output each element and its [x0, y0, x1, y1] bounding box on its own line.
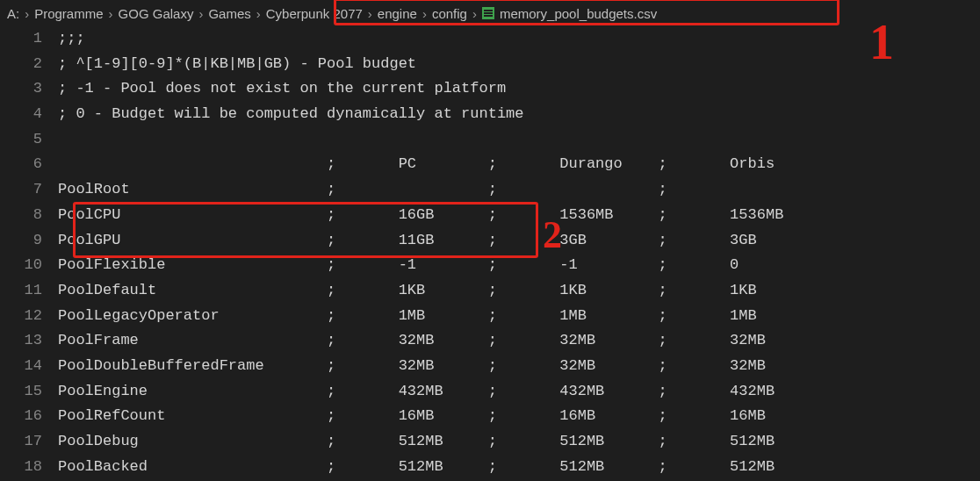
line-number: 7 — [0, 177, 42, 203]
code-content[interactable]: ;;;; ^[1-9][0-9]*(B|KB|MB|GB) - Pool bud… — [58, 26, 980, 479]
code-line[interactable]: ; PC ; Durango ; Orbis — [58, 152, 980, 177]
breadcrumb-drive[interactable]: A: — [7, 6, 19, 21]
line-number: 12 — [0, 304, 42, 329]
breadcrumb-segment[interactable]: Programme — [34, 6, 103, 21]
code-editor[interactable]: 123456789101112131415161718 ;;;; ^[1-9][… — [0, 26, 980, 479]
breadcrumb-filename: memory_pool_budgets.csv — [500, 6, 657, 21]
code-line[interactable]: PoolBacked ; 512MB ; 512MB ; 512MB — [58, 455, 980, 480]
breadcrumb-segment[interactable]: Games — [208, 6, 250, 21]
breadcrumb-segment[interactable]: Cyberpunk 2077 — [266, 6, 363, 21]
breadcrumb-file[interactable]: memory_pool_budgets.csv — [482, 6, 657, 21]
line-number: 17 — [0, 429, 42, 455]
chevron-right-icon: › — [368, 6, 372, 21]
line-number: 6 — [0, 152, 42, 177]
code-line[interactable]: PoolEngine ; 432MB ; 432MB ; 432MB — [58, 379, 980, 405]
line-number: 8 — [0, 203, 42, 228]
line-number: 10 — [0, 253, 42, 278]
line-number: 14 — [0, 354, 42, 379]
line-number: 2 — [0, 52, 42, 77]
line-number: 13 — [0, 328, 42, 354]
code-line[interactable]: PoolGPU ; 11GB ; 3GB ; 3GB — [58, 228, 980, 254]
line-number: 18 — [0, 455, 42, 480]
line-number-gutter: 123456789101112131415161718 — [0, 26, 58, 479]
line-number: 5 — [0, 127, 42, 153]
chevron-right-icon: › — [422, 6, 427, 21]
chevron-right-icon: › — [25, 6, 29, 21]
line-number: 9 — [0, 228, 42, 254]
code-line[interactable] — [58, 127, 980, 153]
code-line[interactable]: PoolRoot ; ; ; — [58, 177, 980, 203]
chevron-right-icon: › — [472, 6, 477, 21]
breadcrumb[interactable]: A:›Programme›GOG Galaxy›Games›Cyberpunk … — [0, 0, 980, 26]
line-number: 16 — [0, 404, 42, 429]
code-line[interactable]: PoolRefCount ; 16MB ; 16MB ; 16MB — [58, 404, 980, 429]
breadcrumb-segment[interactable]: GOG Galaxy — [119, 6, 194, 21]
breadcrumb-segment[interactable]: config — [432, 6, 467, 21]
csv-file-icon — [482, 7, 494, 19]
code-line[interactable]: PoolLegacyOperator ; 1MB ; 1MB ; 1MB — [58, 304, 980, 329]
line-number: 3 — [0, 76, 42, 102]
code-line[interactable]: ; ^[1-9][0-9]*(B|KB|MB|GB) - Pool budget — [58, 52, 980, 77]
line-number: 15 — [0, 379, 42, 405]
code-line[interactable]: PoolDefault ; 1KB ; 1KB ; 1KB — [58, 278, 980, 304]
code-line[interactable]: ; -1 - Pool does not exist on the curren… — [58, 76, 980, 102]
code-line[interactable]: PoolFrame ; 32MB ; 32MB ; 32MB — [58, 328, 980, 354]
code-line[interactable]: PoolCPU ; 16GB ; 1536MB ; 1536MB — [58, 203, 980, 228]
chevron-right-icon: › — [109, 6, 113, 21]
line-number: 11 — [0, 278, 42, 304]
chevron-right-icon: › — [256, 6, 261, 21]
code-line[interactable]: PoolDebug ; 512MB ; 512MB ; 512MB — [58, 429, 980, 455]
line-number: 4 — [0, 102, 42, 127]
code-line[interactable]: PoolFlexible ; -1 ; -1 ; 0 — [58, 253, 980, 278]
line-number: 1 — [0, 26, 42, 52]
breadcrumb-segment[interactable]: engine — [378, 6, 417, 21]
chevron-right-icon: › — [198, 6, 203, 21]
code-line[interactable]: PoolDoubleBufferedFrame ; 32MB ; 32MB ; … — [58, 354, 980, 379]
code-line[interactable]: ;;; — [58, 26, 980, 52]
code-line[interactable]: ; 0 - Budget will be computed dynamicall… — [58, 102, 980, 127]
